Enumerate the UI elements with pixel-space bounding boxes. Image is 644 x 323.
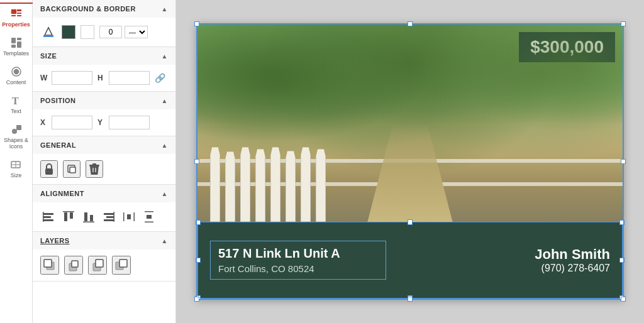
nav-item-text[interactable]: T Text: [0, 90, 33, 118]
svg-rect-25: [64, 212, 67, 221]
lock-button[interactable]: [40, 160, 58, 178]
svg-rect-43: [72, 261, 78, 267]
section-header-layers[interactable]: LAYERS ▲: [33, 232, 175, 249]
align-right-button[interactable]: [101, 209, 117, 225]
svg-rect-15: [45, 168, 53, 175]
svg-rect-45: [96, 260, 103, 267]
border-number-input[interactable]: 0: [99, 26, 122, 38]
svg-rect-2: [17, 13, 21, 14]
svg-rect-34: [123, 212, 125, 221]
section-header-general[interactable]: GENERAL ▲: [33, 136, 175, 154]
svg-text:T: T: [12, 96, 19, 106]
background-color-swatch[interactable]: [62, 25, 75, 39]
section-general: GENERAL ▲: [33, 136, 175, 185]
svg-rect-19: [92, 163, 96, 165]
nav-label-shapes: Shapes & Icons: [3, 137, 30, 150]
svg-rect-12: [16, 125, 21, 130]
section-alignment: ALIGNMENT ▲: [33, 185, 175, 232]
border-color-swatch[interactable]: [80, 25, 94, 39]
align-bottom-button[interactable]: [80, 209, 97, 225]
garden-background: [197, 25, 623, 222]
x-input[interactable]: -18.29: [52, 116, 92, 129]
send-to-back-button[interactable]: [40, 256, 59, 275]
section-header-background-border[interactable]: BACKGROUND & BORDER ▲: [33, 0, 175, 18]
svg-rect-23: [43, 212, 44, 222]
section-content-position: X -18.29 Y 494.85: [33, 109, 175, 136]
section-content-size: W 1260.49 H 166.84 🔗: [33, 65, 175, 91]
duplicate-button[interactable]: [63, 160, 80, 178]
svg-rect-21: [43, 216, 51, 218]
align-left-button[interactable]: [40, 209, 57, 225]
svg-rect-8: [17, 41, 21, 48]
chevron-layers: ▲: [162, 238, 168, 244]
svg-rect-41: [44, 260, 52, 267]
section-title-position: POSITION: [40, 97, 76, 104]
bring-forward-button[interactable]: [88, 256, 107, 275]
canvas-wrapper: $300,000 517 N Link Ln Unit A Fort Colli…: [196, 23, 624, 300]
svg-rect-38: [145, 222, 153, 223]
property-card[interactable]: $300,000 517 N Link Ln Unit A Fort Colli…: [196, 23, 624, 300]
sidebar-panel: BACKGROUND & BORDER ▲ 0: [33, 0, 175, 323]
nav-label-templates: Templates: [3, 50, 29, 57]
x-label: X: [40, 118, 49, 127]
distribute-vertical-button[interactable]: [141, 209, 157, 225]
svg-rect-27: [83, 222, 94, 223]
nav-item-size[interactable]: Size: [0, 155, 33, 182]
border-number-input-group: 0 —: [99, 26, 148, 38]
agent-name: John Smith: [535, 246, 610, 263]
svg-rect-32: [104, 219, 114, 221]
svg-rect-33: [114, 212, 115, 222]
section-layers: LAYERS ▲: [33, 232, 175, 282]
send-backward-button[interactable]: [64, 256, 83, 275]
width-input[interactable]: 1260.49: [52, 71, 92, 85]
address-line2: Fort Collins, CO 80524: [218, 263, 378, 274]
bring-to-front-button[interactable]: [112, 256, 131, 275]
section-title-size: SIZE: [40, 52, 57, 60]
section-header-size[interactable]: SIZE ▲: [33, 47, 175, 65]
bg-border-row: 0 —: [40, 24, 168, 40]
nav-item-templates[interactable]: Templates: [0, 33, 33, 60]
lock-aspect-icon[interactable]: 🔗: [155, 73, 165, 83]
section-title-alignment: ALIGNMENT: [40, 190, 84, 197]
svg-rect-5: [11, 38, 16, 43]
section-header-position[interactable]: POSITION ▲: [33, 92, 175, 109]
height-input[interactable]: 166.84: [109, 71, 150, 85]
delete-button[interactable]: [86, 160, 103, 178]
section-title-layers: LAYERS: [40, 237, 70, 244]
section-background-border: BACKGROUND & BORDER ▲ 0: [33, 0, 175, 47]
svg-rect-39: [147, 215, 152, 219]
svg-rect-22: [43, 219, 53, 221]
svg-rect-36: [127, 214, 131, 219]
svg-rect-26: [70, 212, 73, 219]
distribute-horizontal-button[interactable]: [121, 209, 137, 225]
chevron-background-border: ▲: [162, 6, 168, 13]
section-content-general: [33, 154, 175, 184]
section-position: POSITION ▲ X -18.29 Y 494.85: [33, 92, 175, 136]
chevron-size: ▲: [162, 53, 168, 60]
alignment-icons-row: [40, 209, 168, 225]
svg-rect-14: [43, 35, 53, 37]
agent-block: John Smith (970) 278-6407: [535, 246, 610, 274]
section-title-background-border: BACKGROUND & BORDER: [40, 5, 136, 13]
card-info-bar: 517 N Link Ln Unit A Fort Collins, CO 80…: [197, 222, 623, 298]
align-top-button[interactable]: [60, 209, 77, 225]
svg-rect-6: [17, 38, 21, 40]
nav-item-shapes[interactable]: Shapes & Icons: [0, 119, 33, 153]
svg-rect-4: [17, 15, 21, 16]
section-header-alignment[interactable]: ALIGNMENT ▲: [33, 185, 175, 202]
svg-rect-20: [43, 213, 53, 215]
border-style-select[interactable]: —: [125, 26, 148, 38]
nav-item-properties[interactable]: Properties: [0, 3, 33, 31]
width-label: W: [40, 74, 49, 82]
nav-item-content[interactable]: Content: [0, 62, 33, 89]
selection-handle-bm-image[interactable]: [408, 219, 413, 222]
fill-icon-button[interactable]: [40, 24, 57, 40]
x-group: X -18.29: [40, 116, 92, 129]
y-label: Y: [97, 118, 106, 127]
card-image: $300,000: [197, 25, 623, 222]
y-input[interactable]: 494.85: [109, 116, 150, 129]
section-title-general: GENERAL: [40, 141, 76, 149]
svg-point-11: [12, 129, 17, 134]
nav-label-content: Content: [6, 79, 26, 85]
svg-rect-7: [11, 45, 16, 48]
